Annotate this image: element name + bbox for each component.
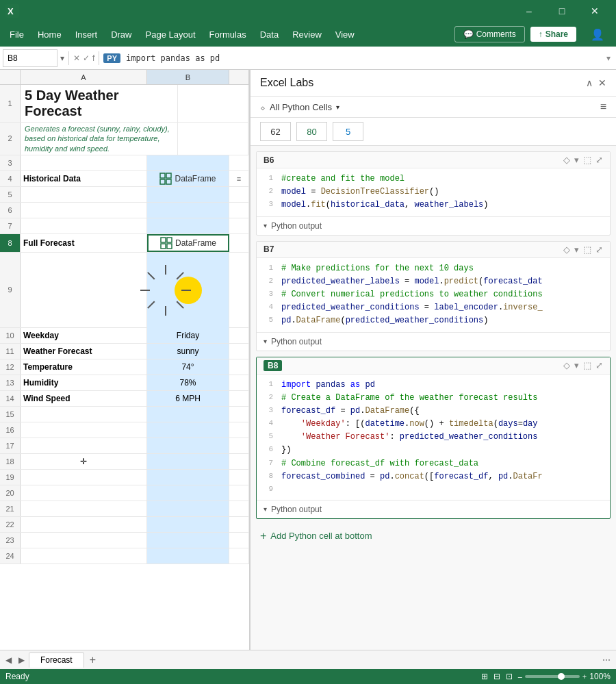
filter-button[interactable]: ⬦ All Python Cells ▾: [260, 102, 339, 112]
cell-c6[interactable]: [229, 203, 249, 218]
cell-b23[interactable]: [147, 533, 229, 548]
cell-a7[interactable]: [21, 218, 147, 233]
input-field-1[interactable]: [260, 122, 291, 141]
python-output-b7[interactable]: ▾ Python output: [257, 332, 610, 351]
cell-b4[interactable]: DataFrame: [147, 171, 229, 186]
cell-c13[interactable]: [229, 375, 249, 390]
cell-b3[interactable]: [147, 155, 229, 170]
col-header-b[interactable]: B: [147, 70, 229, 84]
cell-c18[interactable]: [229, 454, 249, 469]
cell-c14[interactable]: [229, 391, 249, 406]
cell-c2[interactable]: [248, 123, 249, 155]
menu-item-file[interactable]: File: [3, 27, 31, 42]
cell-expand-button[interactable]: ⤢: [595, 155, 603, 165]
sheet-tab-forecast[interactable]: Forecast: [29, 653, 84, 668]
cell-chevron-button[interactable]: ▾: [574, 360, 579, 370]
cell-b9-sun[interactable]: [147, 253, 229, 328]
cell-b1[interactable]: [178, 85, 248, 122]
cell-a10[interactable]: Weekday: [21, 328, 147, 343]
tab-nav-right-button[interactable]: ▶: [16, 654, 27, 666]
menu-item-view[interactable]: View: [329, 27, 361, 42]
cell-expand-button[interactable]: ⤢: [595, 244, 603, 255]
expand-icon[interactable]: ▾: [60, 53, 64, 63]
cell-b24[interactable]: [147, 548, 229, 563]
cell-b10[interactable]: Friday: [147, 328, 229, 343]
python-output-b8[interactable]: ▾ Python output: [257, 500, 610, 518]
cell-b18[interactable]: [147, 454, 229, 469]
cell-reference-box[interactable]: B8: [3, 49, 57, 67]
cell-a4[interactable]: Historical Data: [21, 171, 147, 186]
zoom-slider-thumb[interactable]: [558, 673, 565, 680]
col-header-a[interactable]: A: [21, 70, 147, 84]
cell-b21[interactable]: [147, 501, 229, 516]
cell-a11[interactable]: Weather Forecast: [21, 344, 147, 359]
cell-a15[interactable]: [21, 407, 147, 422]
cell-chevron-button[interactable]: ▾: [574, 244, 579, 255]
cell-c1[interactable]: [248, 85, 249, 122]
python-output-b6[interactable]: ▾ Python output: [257, 216, 610, 235]
cell-save-button[interactable]: ⬚: [583, 360, 591, 370]
close-button[interactable]: ✕: [579, 0, 611, 22]
menu-item-insert[interactable]: Insert: [68, 27, 105, 42]
cell-c5[interactable]: [229, 187, 249, 202]
cell-c12[interactable]: [229, 359, 249, 375]
cell-b16[interactable]: [147, 422, 229, 438]
cell-b11[interactable]: sunny: [147, 344, 229, 359]
cell-a23[interactable]: [21, 533, 147, 548]
cell-c3[interactable]: [229, 155, 249, 170]
cell-c15[interactable]: [229, 407, 249, 422]
add-sheet-button[interactable]: +: [86, 654, 100, 666]
cell-b7[interactable]: [147, 218, 229, 233]
cell-c7[interactable]: [229, 218, 249, 233]
cell-c9[interactable]: [229, 253, 249, 327]
cell-a19[interactable]: [21, 470, 147, 485]
formula-expand-icon[interactable]: ▾: [606, 53, 611, 63]
cell-c11[interactable]: [229, 344, 249, 359]
cell-b6[interactable]: [147, 203, 229, 218]
cell-a22[interactable]: [21, 517, 147, 532]
cell-a17[interactable]: [21, 438, 147, 453]
cell-b12[interactable]: 74°: [147, 359, 229, 375]
user-icon[interactable]: 👤: [582, 23, 613, 45]
menu-item-formulas[interactable]: Formulas: [203, 27, 253, 42]
zoom-slider[interactable]: [525, 675, 580, 678]
cell-b8-active[interactable]: DataFrame: [147, 234, 229, 252]
normal-view-button[interactable]: ⊞: [481, 672, 488, 681]
cell-b13[interactable]: 78%: [147, 375, 229, 390]
cell-c19[interactable]: [229, 470, 249, 485]
input-field-3[interactable]: [333, 122, 363, 141]
cell-a12[interactable]: Temperature: [21, 359, 147, 375]
minimize-button[interactable]: –: [513, 0, 545, 22]
cell-a14[interactable]: Wind Speed: [21, 391, 147, 406]
cell-diamond-button[interactable]: ◇: [563, 244, 570, 255]
cell-b5[interactable]: [147, 187, 229, 202]
share-button[interactable]: ↑ Share: [530, 27, 576, 42]
zoom-in-icon[interactable]: +: [582, 672, 587, 681]
cell-c10[interactable]: [229, 328, 249, 343]
cell-b15[interactable]: [147, 407, 229, 422]
cell-a6[interactable]: [21, 203, 147, 218]
cell-b17[interactable]: [147, 438, 229, 453]
add-python-cell-button[interactable]: + Add Python cell at bottom: [251, 524, 616, 548]
cell-a3[interactable]: [21, 155, 147, 170]
cell-c23[interactable]: [229, 533, 249, 548]
cell-c20[interactable]: [229, 485, 249, 501]
menu-item-home[interactable]: Home: [31, 27, 68, 42]
cell-c24[interactable]: [229, 548, 249, 563]
panel-collapse-button[interactable]: ∧: [586, 77, 593, 88]
cell-diamond-button[interactable]: ◇: [563, 360, 570, 370]
insert-function-icon[interactable]: f: [92, 53, 94, 63]
cell-c8[interactable]: [229, 234, 249, 252]
cell-a21[interactable]: [21, 501, 147, 516]
hamburger-menu-button[interactable]: ≡: [600, 101, 606, 113]
confirm-icon[interactable]: ✓: [83, 53, 90, 63]
cell-diamond-button[interactable]: ◇: [563, 155, 570, 165]
cell-a18[interactable]: ✛: [21, 454, 147, 469]
tab-nav-left-button[interactable]: ◀: [3, 654, 14, 666]
cell-chevron-button[interactable]: ▾: [574, 155, 579, 165]
formula-input[interactable]: import pandas as pd: [123, 52, 604, 64]
menu-item-draw[interactable]: Draw: [104, 27, 138, 42]
menu-item-review[interactable]: Review: [285, 27, 329, 42]
cell-b14[interactable]: 6 MPH: [147, 391, 229, 406]
maximize-button[interactable]: □: [546, 0, 578, 22]
